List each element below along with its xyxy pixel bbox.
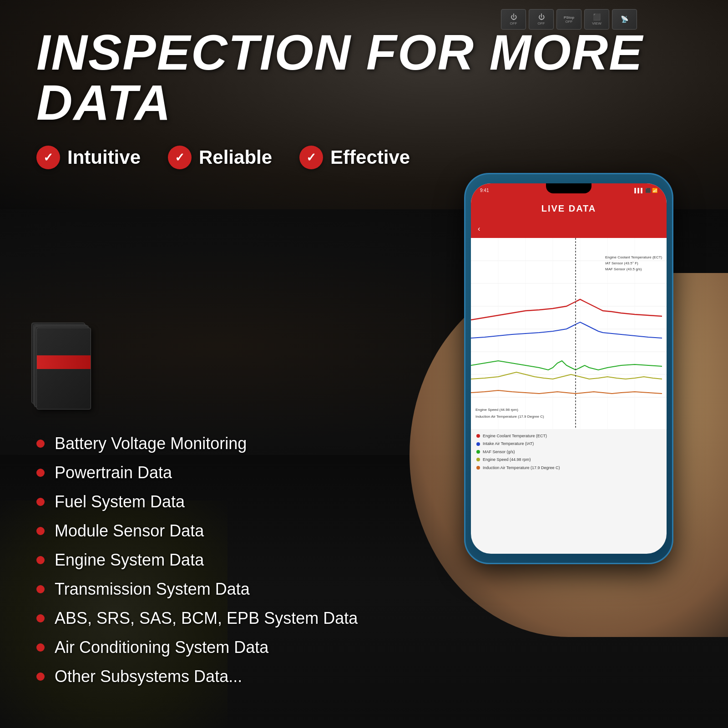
bullet-dot-2 xyxy=(36,498,45,506)
bullet-item-0: Battery Voltage Monitoring xyxy=(36,434,358,453)
legend-item-ect: Engine Coolant Temperature (ECT) xyxy=(476,433,661,439)
bullet-item-2: Fuel System Data xyxy=(36,492,358,511)
phone-notch xyxy=(546,183,592,193)
bullet-text-7: Air Conditioning System Data xyxy=(55,638,268,657)
bullet-text-8: Other Subsystems Data... xyxy=(55,667,242,686)
legend-item-rpm: Engine Speed (44.98 rpm) xyxy=(476,456,661,463)
bullet-item-6: ABS, SRS, SAS, BCM, EPB System Data xyxy=(36,609,358,628)
svg-text:IAT Sensor (43.5° F): IAT Sensor (43.5° F) xyxy=(605,261,638,265)
svg-text:Induction Air Temperature (17.: Induction Air Temperature (17.9 Degree C… xyxy=(475,415,544,419)
legend-label-rpm: Engine Speed (44.98 rpm) xyxy=(483,456,531,463)
feature-label-effective: Effective xyxy=(330,147,410,168)
bullet-dot-5 xyxy=(36,585,45,593)
phone-time: 9:41 xyxy=(480,188,489,193)
feature-intuitive: ✓ Intuitive xyxy=(36,146,141,169)
legend-dot-rpm xyxy=(476,458,480,461)
check-icon-effective: ✓ xyxy=(299,146,323,169)
phone-signal: ▌▌▌ ⬛ 📶 xyxy=(634,188,657,193)
legend-dot-ind xyxy=(476,466,480,470)
legend-label-maf: MAF Sensor (g/s) xyxy=(483,449,515,455)
obd-device xyxy=(36,328,96,419)
check-icon-reliable: ✓ xyxy=(168,146,192,169)
phone-body: 9:41 ▌▌▌ ⬛ 📶 LIVE DATA ‹ xyxy=(471,183,667,554)
chart-legend: Engine Coolant Temperature (ECT) Intake … xyxy=(471,429,667,476)
features-row: ✓ Intuitive ✓ Reliable ✓ Effective xyxy=(36,146,692,169)
bullet-text-1: Powertrain Data xyxy=(55,463,172,482)
legend-dot-iat xyxy=(476,442,480,446)
bullet-dot-7 xyxy=(36,643,45,652)
feature-effective: ✓ Effective xyxy=(299,146,410,169)
phone-screen: 9:41 ▌▌▌ ⬛ 📶 LIVE DATA ‹ xyxy=(471,183,667,554)
bullet-text-6: ABS, SRS, SAS, BCM, EPB System Data xyxy=(55,609,358,628)
chart-svg: Engine Coolant Temperature (ECT) IAT Sen… xyxy=(471,238,667,429)
bullet-item-8: Other Subsystems Data... xyxy=(36,667,358,686)
main-title: INSPECTION FOR MORE DATA xyxy=(36,27,692,127)
phone-sub-header: ‹ xyxy=(471,220,667,238)
obd-stack xyxy=(36,328,91,410)
bullet-dot-8 xyxy=(36,672,45,681)
bullet-text-4: Engine System Data xyxy=(55,551,204,570)
chart-area: Engine Coolant Temperature (ECT) IAT Sen… xyxy=(471,238,667,429)
feature-reliable: ✓ Reliable xyxy=(168,146,272,169)
phone: 9:41 ▌▌▌ ⬛ 📶 LIVE DATA ‹ xyxy=(464,173,673,564)
check-icon-intuitive: ✓ xyxy=(36,146,60,169)
bullet-text-0: Battery Voltage Monitoring xyxy=(55,434,247,453)
feature-label-intuitive: Intuitive xyxy=(67,147,141,168)
feature-label-reliable: Reliable xyxy=(199,147,272,168)
legend-label-ind: Induction Air Temperature (17.9 Degree C… xyxy=(483,465,560,471)
bullet-dot-3 xyxy=(36,527,45,535)
bullet-item-4: Engine System Data xyxy=(36,551,358,570)
obd-red-strip xyxy=(37,355,91,369)
bullet-text-3: Module Sensor Data xyxy=(55,521,204,541)
svg-text:MAF Sensor (43.5 g/s): MAF Sensor (43.5 g/s) xyxy=(605,267,642,271)
legend-item-ind: Induction Air Temperature (17.9 Degree C… xyxy=(476,465,661,471)
bullet-dot-4 xyxy=(36,556,45,564)
legend-dot-maf xyxy=(476,450,480,454)
legend-label-iat: Intake Air Temperature (IAT) xyxy=(483,440,534,447)
bullet-dot-0 xyxy=(36,440,45,448)
legend-label-ect: Engine Coolant Temperature (ECT) xyxy=(483,433,547,439)
bullet-dot-6 xyxy=(36,614,45,622)
phone-header: LIVE DATA xyxy=(471,197,667,220)
bullet-item-3: Module Sensor Data xyxy=(36,521,358,541)
legend-dot-ect xyxy=(476,434,480,438)
bullet-text-2: Fuel System Data xyxy=(55,492,185,511)
bullet-item-5: Transmission System Data xyxy=(36,580,358,599)
back-arrow[interactable]: ‹ xyxy=(478,225,480,233)
bullet-item-1: Powertrain Data xyxy=(36,463,358,482)
legend-item-maf: MAF Sensor (g/s) xyxy=(476,449,661,455)
bullet-dot-1 xyxy=(36,469,45,477)
bullet-list: Battery Voltage Monitoring Powertrain Da… xyxy=(36,434,358,696)
phone-container: 9:41 ▌▌▌ ⬛ 📶 LIVE DATA ‹ xyxy=(464,173,701,582)
legend-item-iat: Intake Air Temperature (IAT) xyxy=(476,440,661,447)
svg-text:Engine Speed (44.98 rpm): Engine Speed (44.98 rpm) xyxy=(475,408,518,412)
bullet-item-7: Air Conditioning System Data xyxy=(36,638,358,657)
svg-text:Engine Coolant Temperature (EC: Engine Coolant Temperature (ECT) xyxy=(605,255,662,259)
live-data-label: LIVE DATA xyxy=(541,203,597,214)
bullet-text-5: Transmission System Data xyxy=(55,580,250,599)
